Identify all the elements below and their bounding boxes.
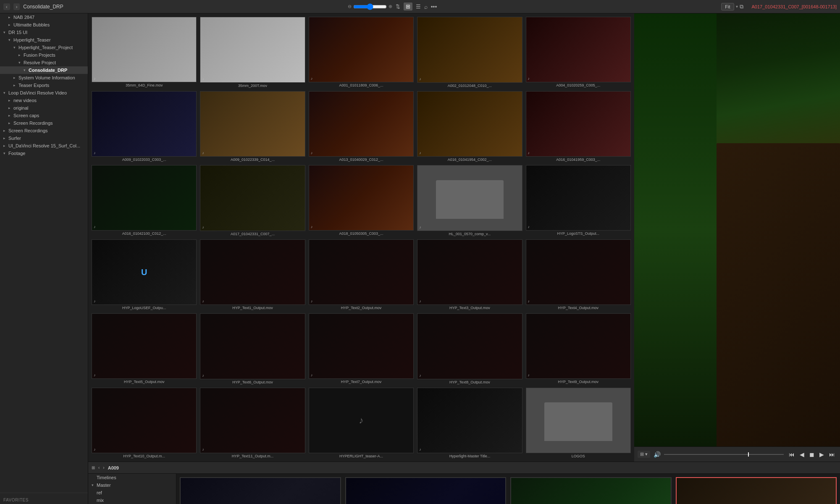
- sidebar-item-fusion[interactable]: Fusion Projects: [0, 51, 88, 59]
- bottom-fwd-btn[interactable]: ›: [103, 465, 104, 470]
- preview-view-btn[interactable]: ⊞ ▾: [638, 451, 650, 458]
- list-view-btn[interactable]: ☰: [416, 3, 421, 10]
- tree-timelines[interactable]: Timelines: [88, 474, 176, 481]
- fit-btn[interactable]: Fit: [721, 3, 734, 10]
- zoom-slider[interactable]: [353, 3, 387, 10]
- media-item-11[interactable]: ♪ A016_01042100_C012_...: [92, 165, 197, 236]
- sidebar-item-ui-davinci[interactable]: UI_DaVinci Resolve 15_Surf_Col...: [0, 142, 88, 150]
- more-btn[interactable]: •••: [431, 3, 437, 10]
- bottom-back-btn[interactable]: ‹: [98, 465, 100, 470]
- media-item-29[interactable]: ♪ Hyperlight-Master Title...: [417, 388, 522, 459]
- sidebar-item-resolve-proj[interactable]: Resolve Project: [0, 59, 88, 66]
- media-item-18[interactable]: ♪ HYP_Text2_Output.mov: [309, 239, 414, 310]
- media-item-2[interactable]: 35mm_200T.mov: [200, 17, 305, 88]
- thumb-28: ♪: [309, 388, 414, 453]
- preview-controls: ⊞ ▾ 🔊 ⏮ ◀ ◼ ▶ ⏭: [634, 446, 840, 462]
- media-name-30: LOGOS: [526, 454, 631, 458]
- media-item-26[interactable]: ♪ HYP_Text10_Output.m...: [92, 388, 197, 459]
- sidebar-label-footage: Footage: [8, 151, 25, 156]
- media-item-1[interactable]: 35mm_64D_Fine.mov: [92, 17, 197, 88]
- bottom-item-4[interactable]: ♪ A017_01042331_C007_[001648-001713].dng: [676, 477, 837, 504]
- media-item-12[interactable]: ♪ A017_01042331_C007_...: [200, 165, 305, 236]
- sidebar-label-hyperlight-proj: Hyperlight_Teaser_Project: [18, 45, 73, 50]
- chevron-dr15: [3, 30, 8, 34]
- sidebar-item-sysvolume[interactable]: System Volume Information: [0, 74, 88, 81]
- tree-mix[interactable]: mix: [88, 496, 176, 504]
- go-start-btn[interactable]: ⏮: [787, 450, 796, 459]
- sidebar-item-dr15[interactable]: DR 15 UI: [0, 29, 88, 36]
- grid-view-btn[interactable]: ⊞: [404, 3, 412, 10]
- bottom-thumb-4: ♪: [676, 477, 837, 504]
- media-grid-container[interactable]: 35mm_64D_Fine.mov 35mm_200T.mov ♪ A001_0…: [88, 13, 634, 462]
- sidebar-item-loop-davinci[interactable]: Loop DaVinci Resolve Video: [0, 89, 88, 97]
- sidebar-item-hyperlight[interactable]: Hyperlight_Teaser: [0, 36, 88, 44]
- media-name-14: HL_001_0570_comp_v...: [417, 232, 522, 236]
- media-name-6: A009_01022033_C003_...: [92, 158, 197, 162]
- media-name-3: A001_01011809_C006_...: [309, 83, 414, 87]
- media-item-19[interactable]: ♪ HYP_Text3_Output.mov: [417, 239, 522, 310]
- media-item-27[interactable]: ♪ HYP_Text11_Output.m...: [200, 388, 305, 459]
- sidebar-item-consolidate[interactable]: Consolidate_DRP: [0, 66, 88, 74]
- media-item-16[interactable]: U ♪ HYP_LogoUSEF_Outpu...: [92, 239, 197, 310]
- media-item-10[interactable]: ♪ A016_01041959_C003_...: [526, 91, 631, 162]
- sidebar-item-new-videos[interactable]: new videos: [0, 97, 88, 104]
- media-item-9[interactable]: ♪ A016_01041954_C002_...: [417, 91, 522, 162]
- play-btn[interactable]: ▶: [818, 450, 826, 459]
- tree-ref[interactable]: ref: [88, 489, 176, 496]
- media-item-13[interactable]: ♪ A018_01050305_C003_...: [309, 165, 414, 236]
- chevron-screenrec1: [8, 121, 13, 125]
- media-name-10: A016_01041959_C003_...: [526, 158, 631, 162]
- rewind-btn[interactable]: ◀: [798, 450, 806, 459]
- preview-timeline[interactable]: [664, 454, 784, 455]
- audio-btn[interactable]: 🔊: [654, 451, 661, 458]
- sidebar-item-teaser-exp[interactable]: Teaser Exports: [0, 81, 88, 89]
- media-item-4[interactable]: ♪ A002_01012048_C010_...: [417, 17, 522, 88]
- sidebar-item-screenrec2[interactable]: Screen Recordings: [0, 127, 88, 134]
- sidebar-item-screenrec1[interactable]: Screen Recordings: [0, 119, 88, 127]
- sort-btn[interactable]: ⇅: [396, 3, 400, 10]
- media-item-5[interactable]: ♪ A004_01020259_C005_...: [526, 17, 631, 88]
- view-toggle[interactable]: ⧉: [740, 3, 743, 10]
- go-end-btn[interactable]: ⏭: [827, 450, 837, 459]
- media-item-7[interactable]: ♪ A009_01022339_C014_...: [200, 91, 305, 162]
- media-item-20[interactable]: ♪ HYP_Text4_Output.mov: [526, 239, 631, 310]
- bottom-nav-icon[interactable]: ⊞: [92, 465, 95, 470]
- stop-btn[interactable]: ◼: [808, 450, 816, 459]
- media-item-24[interactable]: ♪ HYP_Text8_Output.mov: [417, 313, 522, 384]
- bottom-item-1[interactable]: HYPERLIGHT_000_0510_v07.[0080-0129].exr: [180, 477, 341, 504]
- thumb-29: ♪: [417, 388, 522, 454]
- bottom-item-3[interactable]: ♪ A018_01050305_C003_[003821-003895].dng: [510, 477, 672, 504]
- media-item-6[interactable]: ♪ A009_01022033_C003_...: [92, 91, 197, 162]
- media-item-8[interactable]: ♪ A013_01040029_C012_...: [309, 91, 414, 162]
- media-item-17[interactable]: ♪ HYP_Text1_Output.mov: [200, 239, 305, 310]
- media-item-23[interactable]: ♪ HYP_Text7_Output.mov: [309, 313, 414, 384]
- sidebar-item-footage[interactable]: Footage: [0, 150, 88, 157]
- media-item-22[interactable]: ♪ HYP_Text6_Output.mov: [200, 313, 305, 384]
- media-name-7: A009_01022339_C014_...: [200, 158, 305, 162]
- sidebar-item-surfer[interactable]: Surfer: [0, 134, 88, 142]
- nav-forward-btn[interactable]: ›: [13, 3, 20, 10]
- chevron-screencaps: [8, 113, 13, 118]
- media-item-3[interactable]: ♪ A001_01011809_C006_...: [309, 17, 414, 88]
- media-item-21[interactable]: ♪ HYP_Text5_Output.mov: [92, 313, 197, 384]
- sidebar-item-nab[interactable]: NAB 2847: [0, 13, 88, 21]
- sidebar-item-hyperlight-proj[interactable]: Hyperlight_Teaser_Project: [0, 44, 88, 51]
- media-item-30[interactable]: LOGOS: [526, 388, 631, 459]
- tree-master[interactable]: Master: [88, 481, 176, 489]
- media-name-27: HYP_Text11_Output.m...: [200, 454, 305, 458]
- media-name-26: HYP_Text10_Output.m...: [92, 454, 197, 458]
- bottom-title: A009: [108, 465, 119, 470]
- sidebar-item-bubbles[interactable]: Ultimatte Bubbles: [0, 21, 88, 29]
- thumb-16: U ♪: [92, 239, 197, 305]
- bottom-grid[interactable]: HYPERLIGHT_000_0510_v07.[0080-0129].exr …: [176, 474, 840, 504]
- sidebar-item-original[interactable]: original: [0, 104, 88, 112]
- bottom-item-2[interactable]: HYPERLIGHT_000_0410_v28.[0013-0135].exr: [345, 477, 507, 504]
- media-item-28[interactable]: ♪ HYPERLIGHT_teaser-A...: [309, 388, 414, 459]
- search-btn[interactable]: ⌕: [424, 3, 428, 10]
- media-item-15[interactable]: ♪ HYP_LogoSTS_Output...: [526, 165, 631, 236]
- media-item-25[interactable]: ♪ HYP_Text9_Output.mov: [526, 313, 631, 384]
- media-name-29: Hyperlight-Master Title...: [417, 454, 522, 458]
- nav-back-btn[interactable]: ‹: [3, 3, 10, 10]
- media-item-14[interactable]: ♪ HL_001_0570_comp_v...: [417, 165, 522, 236]
- sidebar-item-screencaps[interactable]: Screen caps: [0, 112, 88, 119]
